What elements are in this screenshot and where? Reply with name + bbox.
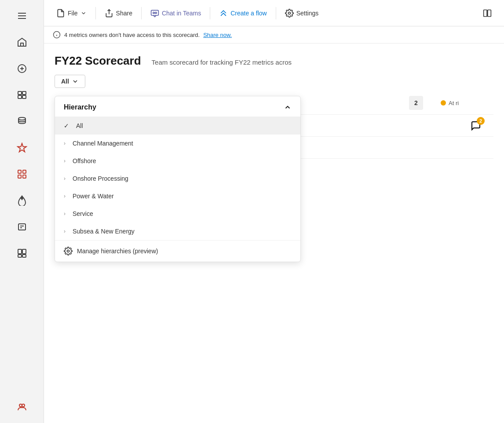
hierarchy-item-onshore[interactable]: › Onshore Processing — [55, 170, 300, 187]
sidebar-item-goals[interactable] — [10, 135, 34, 160]
scorecard-header: FY22 Scorecard Team scorecard for tracki… — [44, 44, 504, 75]
sidebar-item-paginated[interactable] — [10, 241, 34, 266]
svg-rect-3 — [21, 43, 23, 46]
svg-rect-10 — [22, 95, 26, 98]
create-flow-label: Create a flow — [230, 10, 267, 17]
filter-all-button[interactable]: All — [55, 75, 85, 88]
row1-status: At ri — [441, 100, 493, 106]
hierarchy-power-label: Power & Water — [73, 193, 114, 200]
hierarchy-item-offshore[interactable]: › Offshore — [55, 152, 300, 170]
hierarchy-item-power[interactable]: › Power & Water — [55, 187, 300, 205]
file-label: File — [68, 10, 78, 17]
hierarchy-item-channel[interactable]: › Channel Management — [55, 135, 300, 152]
chevron-icon: › — [64, 158, 66, 164]
sidebar — [0, 0, 44, 423]
filter-chevron-icon — [72, 78, 79, 85]
settings-button[interactable]: Settings — [280, 6, 324, 20]
sidebar-item-learn[interactable] — [10, 215, 34, 239]
chevron-icon: › — [64, 228, 66, 234]
status-dot-yellow — [441, 100, 446, 106]
filter-row: All Hierarchy ✓ All › Channel Management — [44, 75, 504, 91]
create-flow-button[interactable]: Create a flow — [214, 6, 272, 20]
scorecard-title: FY22 Scorecard — [55, 54, 141, 68]
manage-hierarchies-button[interactable]: Manage hierarchies (preview) — [55, 240, 300, 262]
sidebar-item-apps[interactable] — [10, 162, 34, 186]
toolbar-divider-2 — [141, 7, 142, 19]
svg-rect-9 — [18, 95, 22, 98]
share-button[interactable]: Share — [99, 6, 138, 20]
toolbar-divider-3 — [210, 7, 210, 19]
sidebar-item-menu[interactable] — [10, 4, 34, 28]
svg-point-27 — [155, 12, 157, 13]
metric-number-badge: 2 — [409, 96, 423, 110]
dropdown-header: Hierarchy — [55, 96, 300, 117]
notification-message: 4 metrics owners don't have access to th… — [64, 32, 200, 38]
hierarchy-dropdown: Hierarchy ✓ All › Channel Management › O… — [55, 96, 301, 262]
svg-rect-12 — [18, 170, 21, 173]
svg-rect-30 — [488, 10, 491, 16]
svg-point-26 — [153, 12, 154, 13]
hierarchy-onshore-label: Onshore Processing — [73, 175, 128, 182]
hierarchy-item-all[interactable]: ✓ All — [55, 117, 300, 135]
toolbar-divider-4 — [276, 7, 276, 19]
chat-teams-button[interactable]: Chat in Teams — [145, 6, 206, 20]
dropdown-collapse-icon[interactable] — [284, 103, 292, 111]
reading-view-button[interactable] — [478, 6, 497, 20]
settings-label: Settings — [296, 10, 319, 17]
file-button[interactable]: File — [51, 6, 92, 20]
chevron-icon: › — [64, 175, 66, 182]
row1-number: 2 — [400, 96, 435, 110]
toolbar-divider-1 — [95, 7, 96, 19]
svg-rect-15 — [23, 175, 26, 178]
svg-rect-21 — [22, 255, 26, 257]
sidebar-item-home[interactable] — [10, 30, 34, 55]
manage-hierarchies-label: Manage hierarchies (preview) — [77, 248, 158, 255]
toolbar: File Share Chat in Teams — [44, 0, 504, 26]
scorecard-description: Team scorecard for tracking FY22 metrics… — [152, 58, 292, 66]
dropdown-title: Hierarchy — [64, 103, 96, 111]
chevron-icon: › — [64, 193, 66, 199]
svg-rect-19 — [22, 249, 26, 254]
sidebar-item-people[interactable] — [10, 395, 34, 419]
at-risk-label: At ri — [449, 100, 459, 106]
svg-rect-14 — [18, 175, 21, 178]
sidebar-item-create[interactable] — [10, 56, 34, 81]
check-icon: ✓ — [64, 122, 69, 129]
svg-rect-20 — [18, 255, 22, 257]
main-content: File Share Chat in Teams — [44, 0, 504, 423]
comment-badge[interactable]: 2 — [471, 120, 481, 131]
hierarchy-item-service[interactable]: › Service — [55, 205, 300, 222]
svg-rect-18 — [18, 249, 22, 254]
hierarchy-all-label: All — [76, 122, 83, 129]
comment-count: 2 — [477, 117, 485, 125]
sidebar-item-data[interactable] — [10, 109, 34, 134]
filter-label: All — [61, 78, 69, 85]
svg-point-28 — [288, 12, 290, 14]
sidebar-item-deploy[interactable] — [10, 188, 34, 213]
chevron-icon: › — [64, 140, 66, 146]
file-chevron-icon — [80, 10, 87, 16]
gear-icon — [64, 247, 73, 255]
svg-rect-13 — [23, 170, 26, 173]
hierarchy-offshore-label: Offshore — [73, 157, 96, 164]
hierarchy-subsea-label: Subsea & New Energy — [73, 228, 135, 235]
chevron-icon: › — [64, 211, 66, 217]
svg-point-23 — [22, 404, 25, 407]
hierarchy-service-label: Service — [73, 210, 93, 217]
svg-rect-7 — [18, 91, 22, 95]
sidebar-item-browse[interactable] — [10, 83, 34, 107]
hierarchy-item-subsea[interactable]: › Subsea & New Energy — [55, 222, 300, 240]
svg-point-11 — [18, 117, 26, 120]
hierarchy-channel-label: Channel Management — [73, 140, 133, 147]
row2-comment: 2 — [458, 120, 493, 131]
notification-bar: 4 metrics owners don't have access to th… — [44, 26, 504, 44]
svg-rect-29 — [484, 10, 487, 16]
svg-rect-8 — [22, 91, 26, 95]
info-icon — [53, 31, 61, 39]
svg-point-34 — [67, 250, 69, 252]
chat-teams-label: Chat in Teams — [162, 10, 201, 17]
share-label: Share — [116, 10, 132, 17]
share-now-link[interactable]: Share now. — [203, 32, 232, 38]
